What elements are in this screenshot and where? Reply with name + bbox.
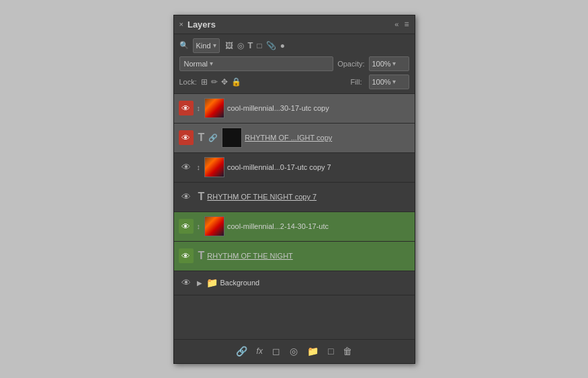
eye-icon: 👁: [181, 277, 191, 288]
opacity-label: Opacity:: [337, 60, 364, 68]
visibility-btn[interactable]: 👁: [177, 99, 196, 117]
lock-pixels-icon[interactable]: ⊞: [201, 77, 208, 87]
eye-icon: 👁: [181, 162, 191, 173]
visibility-btn[interactable]: 👁: [177, 273, 196, 292]
opacity-select[interactable]: 100% ▾: [369, 56, 409, 71]
fill-select[interactable]: 100% ▾: [369, 75, 409, 89]
fill-value: 100%: [372, 78, 391, 86]
blend-mode-chevron: ▾: [210, 60, 213, 67]
layer-name: RHYTHM OF THE NIGHT copy 7: [207, 193, 411, 201]
add-mask-button[interactable]: ◻: [272, 346, 280, 357]
layer-link-icon: ↕: [197, 163, 201, 171]
blend-row: Normal ▾ Opacity: 100% ▾: [179, 56, 409, 71]
fill-label: Fill:: [350, 78, 362, 86]
chain-icon: 🔗: [208, 134, 218, 142]
delete-layer-button[interactable]: 🗑: [343, 346, 352, 357]
visibility-btn[interactable]: 👁: [177, 246, 196, 265]
filter-shape-icon[interactable]: □: [257, 41, 261, 50]
layer-name: cool-millennial...30-17-utc copy: [227, 104, 412, 112]
new-group-button[interactable]: 📁: [307, 346, 319, 357]
visibility-btn[interactable]: 👁: [177, 128, 196, 147]
visibility-btn[interactable]: 👁: [177, 187, 196, 206]
layer-item[interactable]: 👁 T RHYTHM OF THE NIGHT copy 7: [174, 183, 415, 212]
filter-adjustment-icon[interactable]: ◎: [237, 41, 244, 50]
search-icon: 🔍: [179, 41, 189, 50]
type-icon: T: [198, 191, 205, 203]
lock-all-icon[interactable]: 🔒: [231, 77, 241, 87]
layers-panel: × Layers « ≡ 🔍 Kind ▾ 🖼 ◎ T □ 📎 ●: [173, 15, 415, 364]
filter-row: 🔍 Kind ▾ 🖼 ◎ T □ 📎 ●: [179, 38, 409, 53]
layer-name: RHYTHM OF ...IGHT copy: [245, 134, 411, 142]
layer-item[interactable]: 👁 ↕ cool-millennial...30-17-utc copy: [174, 94, 415, 124]
fill-chevron: ▾: [392, 78, 396, 85]
filter-smart-icon[interactable]: 📎: [266, 41, 276, 50]
bottom-toolbar: 🔗 fx ◻ ◎ 📁 □ 🗑: [174, 339, 415, 363]
panel-title: Layers: [187, 19, 216, 30]
eye-icon: 👁: [179, 130, 194, 145]
visibility-btn[interactable]: 👁: [177, 158, 196, 177]
fx-button[interactable]: fx: [257, 346, 263, 356]
filter-type-icon[interactable]: T: [248, 40, 253, 50]
panel-titlebar: × Layers « ≡: [174, 15, 415, 34]
layer-link-icon: ↕: [197, 222, 201, 230]
kind-chevron: ▾: [213, 42, 216, 49]
layer-name: cool-millennial...0-17-utc copy 7: [227, 163, 412, 171]
opacity-value: 100%: [372, 60, 391, 68]
panel-header: 🔍 Kind ▾ 🖼 ◎ T □ 📎 ● Normal ▾ Opacity:: [174, 34, 415, 94]
group-arrow-icon[interactable]: ▶: [197, 279, 202, 287]
close-icon[interactable]: ×: [179, 20, 183, 28]
group-folder-icon: 📁: [206, 277, 218, 288]
layer-item[interactable]: 👁 ▶ 📁 Background: [174, 271, 415, 295]
layer-name: cool-millennial...2-14-30-17-utc: [227, 222, 412, 230]
collapse-icon[interactable]: «: [394, 20, 398, 28]
layer-item[interactable]: 👁 ↕ cool-millennial...2-14-30-17-utc: [174, 212, 415, 242]
lock-move-icon[interactable]: ✥: [221, 77, 228, 87]
blend-mode-select[interactable]: Normal ▾: [179, 56, 334, 71]
eye-icon: 👁: [181, 191, 191, 202]
lock-icons: ⊞ ✏ ✥ 🔒: [201, 77, 241, 87]
eye-icon: 👁: [179, 101, 194, 115]
layer-item[interactable]: 👁 T RHYTHM OF THE NIGHT: [174, 242, 415, 271]
opacity-chevron: ▾: [392, 60, 396, 67]
kind-select[interactable]: Kind ▾: [193, 38, 220, 53]
filter-pixel-icon[interactable]: 🖼: [225, 41, 233, 50]
visibility-btn[interactable]: 👁: [177, 217, 196, 236]
link-layers-button[interactable]: 🔗: [236, 346, 247, 357]
kind-label: Kind: [196, 42, 211, 50]
layer-thumbnail: [204, 98, 224, 118]
panel-menu-icon[interactable]: ≡: [404, 19, 409, 29]
new-layer-button[interactable]: □: [328, 346, 333, 357]
blend-mode-label: Normal: [184, 60, 208, 68]
layer-thumbnail: [204, 157, 224, 177]
eye-icon: 👁: [179, 219, 194, 234]
lock-draw-icon[interactable]: ✏: [211, 77, 218, 87]
type-icon: T: [198, 250, 205, 262]
adjustment-button[interactable]: ◎: [290, 346, 298, 357]
layer-name: Background: [220, 279, 412, 287]
layer-item[interactable]: 👁 ↕ cool-millennial...0-17-utc copy 7: [174, 153, 415, 183]
eye-icon: 👁: [179, 248, 194, 263]
filter-icons: 🖼 ◎ T □ 📎 ●: [225, 40, 285, 50]
layers-list: 👁 ↕ cool-millennial...30-17-utc copy 👁 T…: [174, 94, 415, 339]
layer-item[interactable]: 👁 T 🔗 RHYTHM OF ...IGHT copy: [174, 124, 415, 153]
lock-row: Lock: ⊞ ✏ ✥ 🔒 Fill: 100% ▾: [179, 75, 409, 89]
layer-thumbnail: [204, 216, 224, 236]
layer-name: RHYTHM OF THE NIGHT: [207, 252, 411, 260]
lock-label: Lock:: [179, 78, 197, 86]
layer-link-icon: ↕: [197, 104, 201, 112]
layer-thumbnail: [222, 128, 242, 148]
type-icon: T: [198, 132, 205, 144]
titlebar-left: × Layers: [179, 19, 216, 30]
filter-fill-icon[interactable]: ●: [280, 41, 285, 50]
